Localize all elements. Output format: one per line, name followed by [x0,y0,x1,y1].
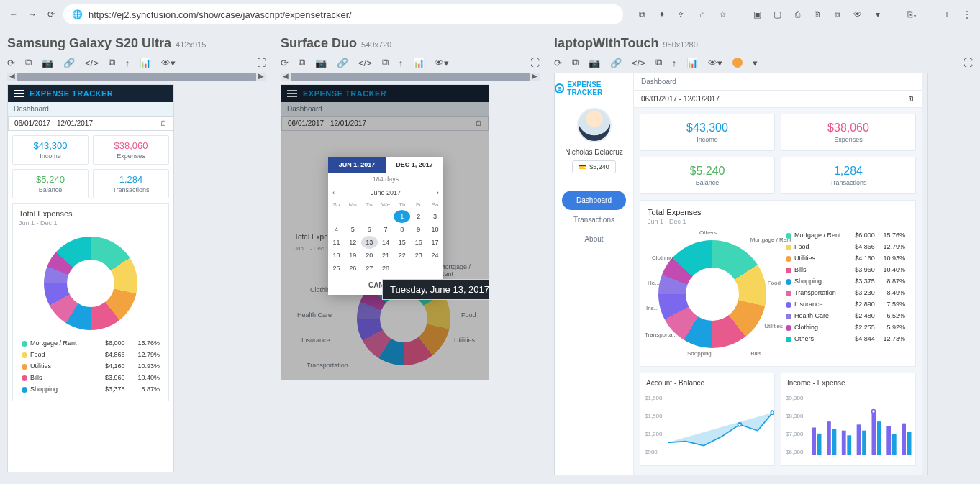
horizontal-scrollbar[interactable]: ◀▶ [7,73,266,81]
month-label[interactable]: June 2017 [371,189,401,196]
end-date-tab[interactable]: DEC 1, 2017 [386,157,443,173]
link-icon[interactable]: 🔗 [337,58,348,68]
calendar-day[interactable]: 21 [378,249,394,262]
camera-icon[interactable]: ⎙ [791,9,803,19]
calendar-day[interactable]: 23 [410,249,427,262]
expand-icon[interactable]: ⛶ [963,58,973,68]
horizontal-scrollbar[interactable]: ◀▶ [281,73,540,81]
reload-icon[interactable]: ⟳ [7,58,15,68]
menu-icon[interactable] [14,90,24,97]
reload-icon[interactable]: ⟳ [554,58,562,68]
screenshot-icon[interactable]: ⧉ [572,57,579,68]
calendar-day[interactable]: 10 [427,223,443,236]
forward-button[interactable]: → [26,9,39,19]
expand-icon[interactable]: ⛶ [530,58,540,68]
reload-icon[interactable]: ⟳ [281,58,289,68]
address-bar[interactable]: 🌐 https://ej2.syncfusion.com/showcase/ja… [63,4,623,24]
calendar-day[interactable]: 3 [427,210,443,223]
wallet-button[interactable]: 💳 $5,240 [572,160,616,173]
eye-off-icon[interactable]: 👁▾ [435,58,449,68]
calendar-day[interactable]: 20 [361,249,378,262]
camera-icon[interactable]: 📷 [315,58,327,68]
ext2-icon[interactable]: ✦ [656,9,668,19]
calendar-day[interactable]: 27 [361,262,378,275]
calendar-day[interactable]: 2 [410,210,427,223]
calendar-day[interactable]: 24 [427,249,443,262]
menu-icon[interactable]: ⋮ [961,9,973,19]
nav-dashboard[interactable]: Dashboard [562,191,626,210]
screenshot-icon[interactable]: ⧉ [25,57,32,68]
screenshot-icon[interactable]: ⧉ [299,57,305,68]
chevron-down-icon[interactable]: ▾ [872,9,884,19]
calendar-day[interactable]: 16 [410,236,427,249]
avatar-icon[interactable] [732,58,743,68]
calendar-day[interactable]: 11 [328,236,345,249]
calendar-day[interactable]: 22 [394,249,410,262]
chart-icon[interactable]: 📊 [686,58,698,68]
up-icon[interactable]: ↑ [125,58,130,68]
calendar-day[interactable]: 1 [394,210,410,223]
next-month-icon[interactable]: › [437,189,439,196]
ext-icon[interactable]: ⧉ [636,9,648,19]
chart-icon[interactable]: 📊 [140,58,151,68]
chevron-down-icon[interactable]: ▾ [753,58,758,68]
chart-icon[interactable]: 📊 [413,58,425,68]
app-header: EXPENSE TRACKER [8,85,173,102]
code-icon[interactable]: </> [85,58,99,68]
start-date-tab[interactable]: JUN 1, 2017 [328,157,386,173]
home-icon[interactable]: ⌂ [697,9,708,19]
nav-transactions[interactable]: Transactions [555,210,633,229]
calendar-day[interactable]: 6 [361,223,378,236]
eye-off-icon[interactable]: 👁▾ [161,58,176,68]
calendar-day[interactable]: 26 [345,262,361,275]
calendar-day[interactable]: 17 [427,236,443,249]
wifi-icon[interactable]: ᯤ [676,9,688,19]
code-icon[interactable]: </> [358,58,372,68]
calendar-day[interactable]: 13 [361,236,378,249]
link-icon[interactable]: 🔗 [63,58,75,68]
nav-about[interactable]: About [555,229,633,249]
device-frame: EXPENSE TRACKER Dashboard 06/01/2017 - 1… [281,84,489,380]
date-span: 184 days [328,173,443,186]
date-range-input[interactable]: 06/01/2017 - 12/01/2017 🗓 [8,116,173,131]
up-icon[interactable]: ↑ [672,58,677,68]
calendar-icon[interactable]: 🗓 [907,95,915,103]
calendar-day[interactable]: 4 [328,223,345,236]
up-icon[interactable]: ↑ [399,58,404,68]
calendar-day[interactable]: 15 [394,236,410,249]
reload-button[interactable]: ⟳ [45,9,58,19]
doc-icon[interactable]: 🗎 [812,9,823,19]
calendar-icon[interactable]: 🗓 [160,119,167,127]
camera-icon[interactable]: 📷 [589,58,600,68]
calendar-day[interactable]: 8 [394,223,410,236]
eye-off-icon[interactable]: 👁▾ [708,58,722,68]
eye-off-icon[interactable]: 👁 [852,9,863,19]
prev-month-icon[interactable]: ‹ [332,189,335,196]
star-icon[interactable]: ☆ [717,9,728,19]
calendar-day[interactable]: 5 [345,223,361,236]
calendar-day[interactable]: 18 [328,249,345,262]
calendar-day[interactable]: 7 [378,223,394,236]
vertical-scrollbar[interactable] [922,73,927,475]
expand-icon[interactable]: ⛶ [257,58,266,68]
link-icon[interactable]: 🔗 [610,58,622,68]
calendar-day[interactable]: 19 [345,249,361,262]
back-button[interactable]: ← [7,9,20,19]
code-icon[interactable]: </> [632,58,645,68]
calendar-day[interactable]: 14 [378,236,394,249]
layers-icon[interactable]: ⧈ [832,9,843,19]
copy-icon[interactable]: ⧉ [655,57,662,68]
calendar-day[interactable]: 25 [328,262,345,275]
copy-icon[interactable]: ⧉ [109,57,115,68]
panel1-icon[interactable]: ▣ [751,9,763,19]
calendar-day[interactable]: 12 [345,236,361,249]
calendar-day[interactable]: 28 [378,262,394,275]
panel2-icon[interactable]: ▢ [771,9,783,19]
date-range-input[interactable]: 06/01/2017 - 12/01/2017 🗓 [634,91,922,108]
copy-icon[interactable]: ⎘▾ [907,9,918,19]
calendar-day[interactable]: 9 [410,223,427,236]
day-header: We [378,199,394,210]
copy-icon[interactable]: ⧉ [382,57,389,68]
camera-icon[interactable]: 📷 [42,58,53,68]
add-icon[interactable]: + [941,9,953,19]
